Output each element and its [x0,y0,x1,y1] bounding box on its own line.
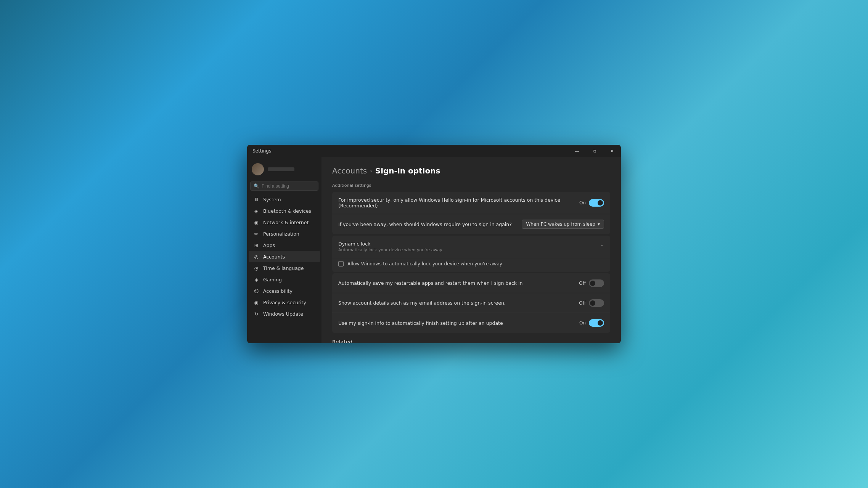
breadcrumb-separator: › [370,168,372,174]
sign-in-again-control: When PC wakes up from sleep ▾ [522,220,604,229]
dynamic-lock-section: Dynamic lock Automatically lock your dev… [332,236,610,272]
sidebar-item-time[interactable]: ◷Time & language [249,262,320,274]
sign-in-info-text: Use my sign-in info to automatically fin… [338,320,579,326]
settings-window: Settings — ⧉ ✕ 🔍 🖥System◈Bluetooth & dev… [247,145,621,343]
auto-restart-toggle-label: Off [579,281,586,286]
settings-row-sign-in-again: If you've been away, when should Windows… [332,214,610,234]
checkbox-row: Allow Windows to automatically lock your… [338,261,604,266]
apps-nav-icon: ⊞ [253,242,259,248]
dynamic-lock-title: Dynamic lock [338,241,442,247]
breadcrumb-current: Sign-in options [375,166,440,175]
title-bar: Settings — ⧉ ✕ [247,145,621,157]
settings-card-main: For improved security, only allow Window… [332,192,610,234]
sidebar-item-bluetooth[interactable]: ◈Bluetooth & devices [249,205,320,217]
sign-in-info-control: On [579,319,604,327]
user-name [268,167,294,171]
system-nav-icon: 🖥 [253,196,259,202]
sidebar-item-label-network: Network & internet [263,220,309,225]
sidebar-item-network[interactable]: ◉Network & internet [249,217,320,228]
network-nav-icon: ◉ [253,219,259,225]
time-nav-icon: ◷ [253,265,259,271]
sidebar-item-label-system: System [263,197,281,202]
sign-in-info-toggle-label: On [579,320,586,326]
toggle-knob [590,300,595,306]
toggle-knob [598,320,603,326]
sidebar-item-label-apps: Apps [263,242,275,248]
content-area: 🔍 🖥System◈Bluetooth & devices◉Network & … [247,157,621,343]
show-account-toggle-label: Off [579,300,586,306]
sidebar-item-apps[interactable]: ⊞Apps [249,239,320,251]
breadcrumb: Accounts › Sign-in options [332,166,610,175]
auto-lock-checkbox[interactable] [338,261,344,266]
update-nav-icon: ↻ [253,311,259,317]
search-icon: 🔍 [254,183,259,189]
show-account-control: Off [579,299,604,307]
sidebar-item-label-time: Time & language [263,265,304,271]
sidebar-item-accounts[interactable]: ◎Accounts [249,251,320,262]
additional-settings-label: Additional settings [332,183,610,188]
chevron-up-icon: ⌃ [600,244,604,249]
related-label: Related [332,339,610,343]
bluetooth-nav-icon: ◈ [253,208,259,214]
minimize-button[interactable]: — [568,145,586,157]
windows-hello-toggle-label: On [579,200,586,205]
auto-restart-text: Automatically save my restartable apps a… [338,280,579,286]
toggle-knob [590,281,595,286]
sign-in-again-text: If you've been away, when should Windows… [338,222,522,227]
avatar [252,163,264,175]
gaming-nav-icon: ◈ [253,276,259,283]
settings-card-bottom: Automatically save my restartable apps a… [332,273,610,333]
windows-hello-toggle[interactable] [589,199,604,207]
auto-restart-control: Off [579,279,604,287]
sidebar-item-label-accounts: Accounts [263,254,285,260]
sidebar-item-system[interactable]: 🖥System [249,194,320,205]
chevron-down-icon: ▾ [598,222,600,227]
sidebar-item-personalization[interactable]: ✏Personalization [249,228,320,239]
restore-button[interactable]: ⧉ [586,145,603,157]
show-account-toggle[interactable] [589,299,604,307]
sidebar-item-label-privacy: Privacy & security [263,300,306,305]
sign-in-again-dropdown[interactable]: When PC wakes up from sleep ▾ [522,220,604,229]
close-button[interactable]: ✕ [603,145,621,157]
sign-in-info-toggle[interactable] [589,319,604,327]
search-input[interactable] [262,183,319,189]
dynamic-lock-subtitle: Automatically lock your device when you'… [338,247,442,252]
toggle-knob [598,200,603,205]
sidebar-item-privacy[interactable]: ◉Privacy & security [249,297,320,308]
dynamic-lock-title-area: Dynamic lock Automatically lock your dev… [338,241,442,252]
sidebar-item-accessibility[interactable]: ☺Accessibility [249,285,320,297]
main-content: Accounts › Sign-in options Additional se… [321,157,621,343]
sidebar-item-label-update: Windows Update [263,311,303,317]
sidebar-item-update[interactable]: ↻Windows Update [249,308,320,319]
settings-row-sign-in-info: Use my sign-in info to automatically fin… [332,313,610,333]
settings-row-windows-hello: For improved security, only allow Window… [332,192,610,214]
sidebar-item-label-bluetooth: Bluetooth & devices [263,208,311,214]
personalization-nav-icon: ✏ [253,231,259,237]
window-controls: — ⧉ ✕ [568,145,621,157]
sidebar-item-gaming[interactable]: ◈Gaming [249,274,320,285]
accounts-nav-icon: ◎ [253,254,259,260]
sidebar: 🔍 🖥System◈Bluetooth & devices◉Network & … [247,157,321,343]
settings-row-auto-restart: Automatically save my restartable apps a… [332,273,610,293]
settings-row-show-account: Show account details such as my email ad… [332,293,610,313]
user-profile [247,160,321,181]
dropdown-value: When PC wakes up from sleep [526,222,595,227]
windows-hello-control: On [579,199,604,207]
sidebar-item-label-personalization: Personalization [263,231,299,237]
search-box[interactable]: 🔍 [250,181,318,191]
auto-lock-label: Allow Windows to automatically lock your… [347,261,502,266]
privacy-nav-icon: ◉ [253,299,259,305]
accessibility-nav-icon: ☺ [253,288,259,294]
breadcrumb-parent[interactable]: Accounts [332,166,367,175]
auto-restart-toggle[interactable] [589,279,604,287]
dynamic-lock-header[interactable]: Dynamic lock Automatically lock your dev… [332,236,610,258]
dynamic-lock-body: Allow Windows to automatically lock your… [332,258,610,272]
nav-items-container: 🖥System◈Bluetooth & devices◉Network & in… [247,194,321,319]
sidebar-item-label-accessibility: Accessibility [263,288,293,294]
show-account-text: Show account details such as my email ad… [338,300,579,306]
windows-hello-text: For improved security, only allow Window… [338,197,579,209]
sidebar-item-label-gaming: Gaming [263,277,282,283]
window-title: Settings [252,148,271,154]
